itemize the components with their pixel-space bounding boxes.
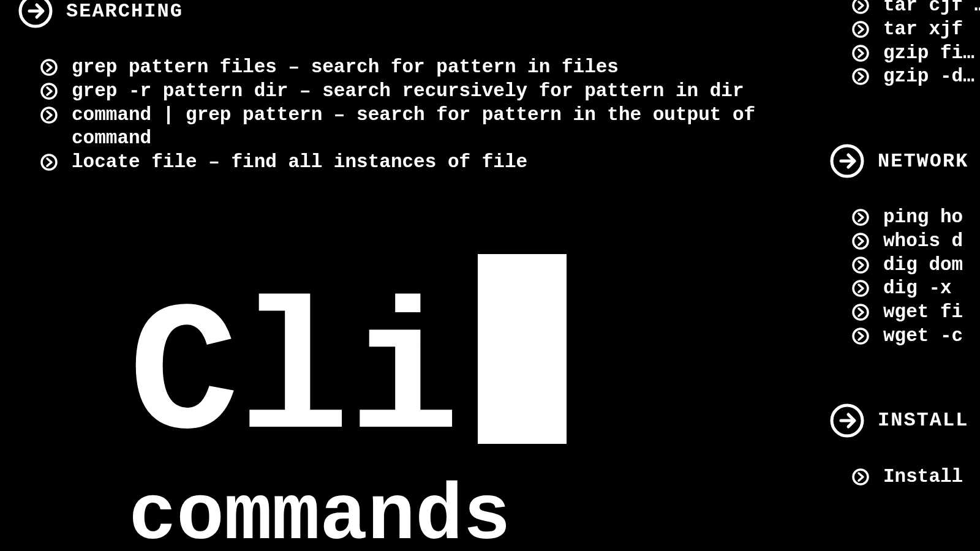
- section-searching: SEARCHING grep pattern files – search fo…: [18, 0, 815, 174]
- list-item: command | grep pattern – search for patt…: [40, 103, 815, 151]
- svg-point-6: [853, 22, 868, 37]
- chevron-right-circle-icon: [40, 153, 58, 171]
- section-header: NETWORK: [830, 144, 980, 178]
- svg-point-14: [853, 305, 868, 320]
- chevron-right-circle-icon: [851, 208, 870, 227]
- section-installation: INSTALL Install: [830, 403, 980, 489]
- list-item: wget -c: [851, 324, 980, 348]
- list-item: gzip -d… file: [851, 65, 980, 89]
- chevron-right-circle-icon: [40, 58, 58, 77]
- list-item: grep pattern files – search for pattern …: [40, 56, 815, 80]
- svg-point-15: [853, 329, 868, 343]
- list-item: ping ho: [851, 206, 980, 230]
- svg-point-4: [42, 155, 56, 170]
- list-item: locate file – find all instances of file: [40, 151, 815, 174]
- list-item: tar cjf … compres: [851, 0, 980, 18]
- svg-point-0: [20, 0, 51, 26]
- item-text: grep -r pattern dir – search recursively…: [72, 80, 744, 103]
- chevron-right-circle-icon: [851, 0, 870, 15]
- svg-point-7: [853, 46, 868, 61]
- list-item: tar xjf: [851, 18, 980, 42]
- item-text: dig -x: [883, 277, 952, 301]
- item-text: dig dom: [883, 253, 963, 277]
- svg-point-10: [853, 210, 868, 225]
- item-text: ping ho: [883, 206, 963, 230]
- chevron-right-circle-icon: [40, 82, 58, 100]
- chevron-right-circle-icon: [851, 468, 870, 486]
- chevron-right-circle-icon: [851, 20, 870, 39]
- svg-point-1: [42, 60, 56, 75]
- item-text: Install: [883, 465, 963, 489]
- arrow-right-circle-icon: [18, 0, 53, 28]
- svg-point-8: [853, 69, 868, 84]
- chevron-right-circle-icon: [40, 106, 58, 124]
- chevron-right-circle-icon: [851, 232, 870, 250]
- chevron-right-circle-icon: [851, 327, 870, 345]
- arrow-right-circle-icon: [830, 403, 864, 438]
- section-compression-partial: tar cjf … compres tar xjf gzip fi… file.…: [830, 0, 980, 89]
- svg-point-12: [853, 258, 868, 272]
- list-item: whois d: [851, 230, 980, 253]
- chevron-right-circle-icon: [851, 44, 870, 62]
- svg-point-17: [853, 470, 868, 484]
- chevron-right-circle-icon: [851, 279, 870, 298]
- item-text: tar cjf … compres: [883, 0, 980, 18]
- item-text: gzip -d… file: [883, 65, 980, 89]
- item-text: whois d: [883, 230, 963, 253]
- list-item: gzip fi… file.gz: [851, 42, 980, 66]
- list-item: wget fi: [851, 301, 980, 324]
- svg-point-2: [42, 84, 56, 99]
- item-text: locate file – find all instances of file: [72, 151, 527, 174]
- section-title-searching: SEARCHING: [66, 0, 183, 23]
- list-item: Install: [851, 465, 980, 489]
- section-title-networking: NETWORK: [878, 150, 968, 173]
- item-text: gzip fi… file.gz: [883, 42, 980, 66]
- item-text: wget fi: [883, 301, 963, 324]
- section-title-installation: INSTALL: [878, 409, 968, 432]
- list-item: grep -r pattern dir – search recursively…: [40, 80, 815, 103]
- chevron-right-circle-icon: [851, 67, 870, 86]
- logo-main-text: Cli: [129, 300, 459, 456]
- item-text: wget -c: [883, 324, 963, 348]
- list-item: dig -x: [851, 277, 980, 301]
- chevron-right-circle-icon: [851, 256, 870, 274]
- section-networking: NETWORK ping ho whois d: [830, 144, 980, 348]
- chevron-right-circle-icon: [851, 303, 870, 321]
- cli-logo: Cli commands: [129, 260, 567, 551]
- logo-sub-text: commands: [129, 478, 567, 551]
- item-text: tar xjf: [883, 18, 963, 42]
- section-header: SEARCHING: [18, 0, 815, 28]
- arrow-right-circle-icon: [830, 144, 864, 178]
- item-text: command | grep pattern – search for patt…: [72, 103, 794, 151]
- section-header: INSTALL: [830, 403, 980, 438]
- svg-point-11: [853, 234, 868, 249]
- svg-point-13: [853, 281, 868, 296]
- list-item: dig dom: [851, 253, 980, 277]
- cursor-block-icon: [478, 254, 567, 444]
- svg-point-3: [42, 108, 56, 122]
- item-text: grep pattern files – search for pattern …: [72, 56, 619, 80]
